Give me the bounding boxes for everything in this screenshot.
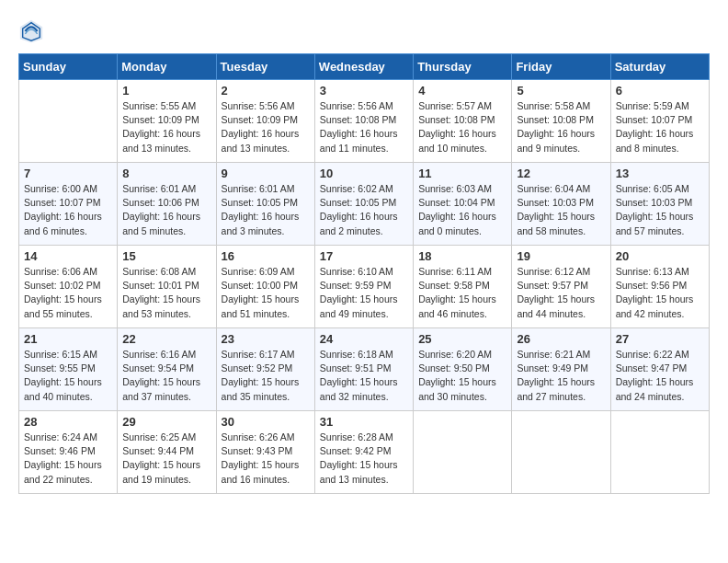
calendar-week-row: 7Sunrise: 6:00 AM Sunset: 10:07 PM Dayli…: [19, 163, 710, 246]
day-info: Sunrise: 6:16 AM Sunset: 9:54 PM Dayligh…: [122, 348, 210, 404]
calendar-cell: 9Sunrise: 6:01 AM Sunset: 10:05 PM Dayli…: [216, 163, 314, 246]
day-info: Sunrise: 6:06 AM Sunset: 10:02 PM Daylig…: [24, 265, 112, 321]
day-info: Sunrise: 6:05 AM Sunset: 10:03 PM Daylig…: [616, 182, 704, 238]
day-info: Sunrise: 6:03 AM Sunset: 10:04 PM Daylig…: [418, 182, 506, 238]
day-info: Sunrise: 6:10 AM Sunset: 9:59 PM Dayligh…: [320, 265, 408, 321]
calendar-cell: 15Sunrise: 6:08 AM Sunset: 10:01 PM Dayl…: [118, 246, 216, 328]
calendar-cell: 21Sunrise: 6:15 AM Sunset: 9:55 PM Dayli…: [19, 328, 118, 411]
day-number: 25: [418, 332, 506, 346]
calendar-cell: 8Sunrise: 6:01 AM Sunset: 10:06 PM Dayli…: [118, 163, 216, 246]
day-number: 7: [24, 167, 112, 180]
column-header-wednesday: Wednesday: [314, 54, 413, 80]
day-number: 9: [222, 167, 310, 180]
calendar-cell: 25Sunrise: 6:20 AM Sunset: 9:50 PM Dayli…: [414, 328, 512, 411]
calendar-cell: [610, 411, 709, 494]
day-number: 15: [122, 249, 210, 263]
calendar-cell: 20Sunrise: 6:13 AM Sunset: 9:56 PM Dayli…: [610, 246, 709, 328]
day-number: 26: [517, 332, 605, 346]
day-number: 21: [24, 332, 112, 346]
day-info: Sunrise: 6:18 AM Sunset: 9:51 PM Dayligh…: [320, 348, 408, 404]
calendar-cell: 22Sunrise: 6:16 AM Sunset: 9:54 PM Dayli…: [118, 328, 216, 411]
calendar-week-row: 28Sunrise: 6:24 AM Sunset: 9:46 PM Dayli…: [19, 411, 710, 494]
calendar-cell: 17Sunrise: 6:10 AM Sunset: 9:59 PM Dayli…: [314, 246, 413, 328]
day-number: 13: [616, 167, 704, 180]
day-number: 24: [320, 332, 408, 346]
calendar-cell: 3Sunrise: 5:56 AM Sunset: 10:08 PM Dayli…: [314, 80, 413, 163]
calendar-cell: 4Sunrise: 5:57 AM Sunset: 10:08 PM Dayli…: [414, 80, 512, 163]
day-number: 18: [418, 249, 506, 263]
day-number: 30: [222, 415, 310, 429]
calendar-cell: 11Sunrise: 6:03 AM Sunset: 10:04 PM Dayl…: [414, 163, 512, 246]
day-number: 1: [122, 84, 210, 98]
day-info: Sunrise: 5:59 AM Sunset: 10:07 PM Daylig…: [616, 99, 704, 155]
day-number: 4: [418, 84, 506, 98]
calendar-cell: 27Sunrise: 6:22 AM Sunset: 9:47 PM Dayli…: [610, 328, 709, 411]
column-header-saturday: Saturday: [610, 54, 709, 80]
day-number: 16: [222, 249, 310, 263]
calendar-cell: 2Sunrise: 5:56 AM Sunset: 10:09 PM Dayli…: [216, 80, 314, 163]
day-number: 27: [616, 332, 704, 346]
day-number: 11: [418, 167, 506, 180]
day-info: Sunrise: 6:20 AM Sunset: 9:50 PM Dayligh…: [418, 348, 506, 404]
calendar-cell: 5Sunrise: 5:58 AM Sunset: 10:08 PM Dayli…: [512, 80, 610, 163]
calendar-cell: 14Sunrise: 6:06 AM Sunset: 10:02 PM Dayl…: [19, 246, 118, 328]
day-number: 20: [616, 249, 704, 263]
day-info: Sunrise: 6:02 AM Sunset: 10:05 PM Daylig…: [320, 182, 408, 238]
day-info: Sunrise: 6:15 AM Sunset: 9:55 PM Dayligh…: [24, 348, 112, 404]
calendar-cell: 29Sunrise: 6:25 AM Sunset: 9:44 PM Dayli…: [118, 411, 216, 494]
calendar-cell: 18Sunrise: 6:11 AM Sunset: 9:58 PM Dayli…: [414, 246, 512, 328]
calendar-cell: 31Sunrise: 6:28 AM Sunset: 9:42 PM Dayli…: [314, 411, 413, 494]
logo: [18, 18, 48, 44]
calendar-cell: 10Sunrise: 6:02 AM Sunset: 10:05 PM Dayl…: [314, 163, 413, 246]
calendar-cell: 30Sunrise: 6:26 AM Sunset: 9:43 PM Dayli…: [216, 411, 314, 494]
logo-icon: [18, 18, 44, 44]
day-info: Sunrise: 6:17 AM Sunset: 9:52 PM Dayligh…: [222, 348, 310, 404]
day-info: Sunrise: 6:00 AM Sunset: 10:07 PM Daylig…: [24, 182, 112, 238]
calendar-table: SundayMondayTuesdayWednesdayThursdayFrid…: [18, 53, 710, 494]
day-info: Sunrise: 5:58 AM Sunset: 10:08 PM Daylig…: [517, 99, 605, 155]
day-number: 6: [616, 84, 704, 98]
day-number: 31: [320, 415, 408, 429]
day-info: Sunrise: 6:11 AM Sunset: 9:58 PM Dayligh…: [418, 265, 506, 321]
calendar-cell: [512, 411, 610, 494]
day-number: 28: [24, 415, 112, 429]
calendar-week-row: 14Sunrise: 6:06 AM Sunset: 10:02 PM Dayl…: [19, 246, 710, 328]
page-header: [18, 18, 710, 44]
day-number: 29: [122, 415, 210, 429]
calendar-cell: [19, 80, 118, 163]
day-info: Sunrise: 6:28 AM Sunset: 9:42 PM Dayligh…: [320, 431, 408, 487]
day-number: 5: [517, 84, 605, 98]
calendar-cell: 26Sunrise: 6:21 AM Sunset: 9:49 PM Dayli…: [512, 328, 610, 411]
day-info: Sunrise: 6:01 AM Sunset: 10:06 PM Daylig…: [122, 182, 210, 238]
day-number: 17: [320, 249, 408, 263]
day-info: Sunrise: 6:09 AM Sunset: 10:00 PM Daylig…: [222, 265, 310, 321]
calendar-cell: 1Sunrise: 5:55 AM Sunset: 10:09 PM Dayli…: [118, 80, 216, 163]
column-header-friday: Friday: [512, 54, 610, 80]
column-header-sunday: Sunday: [19, 54, 118, 80]
calendar-cell: 7Sunrise: 6:00 AM Sunset: 10:07 PM Dayli…: [19, 163, 118, 246]
calendar-cell: 6Sunrise: 5:59 AM Sunset: 10:07 PM Dayli…: [610, 80, 709, 163]
calendar-week-row: 1Sunrise: 5:55 AM Sunset: 10:09 PM Dayli…: [19, 80, 710, 163]
column-header-thursday: Thursday: [414, 54, 512, 80]
day-number: 23: [222, 332, 310, 346]
calendar-cell: 24Sunrise: 6:18 AM Sunset: 9:51 PM Dayli…: [314, 328, 413, 411]
day-number: 10: [320, 167, 408, 180]
calendar-cell: 23Sunrise: 6:17 AM Sunset: 9:52 PM Dayli…: [216, 328, 314, 411]
column-header-monday: Monday: [118, 54, 216, 80]
calendar-cell: [414, 411, 512, 494]
day-number: 12: [517, 167, 605, 180]
calendar-cell: 28Sunrise: 6:24 AM Sunset: 9:46 PM Dayli…: [19, 411, 118, 494]
day-info: Sunrise: 6:26 AM Sunset: 9:43 PM Dayligh…: [222, 431, 310, 487]
calendar-cell: 12Sunrise: 6:04 AM Sunset: 10:03 PM Dayl…: [512, 163, 610, 246]
day-info: Sunrise: 5:56 AM Sunset: 10:08 PM Daylig…: [320, 99, 408, 155]
day-info: Sunrise: 6:01 AM Sunset: 10:05 PM Daylig…: [222, 182, 310, 238]
day-info: Sunrise: 6:22 AM Sunset: 9:47 PM Dayligh…: [616, 348, 704, 404]
day-info: Sunrise: 6:25 AM Sunset: 9:44 PM Dayligh…: [122, 431, 210, 487]
calendar-week-row: 21Sunrise: 6:15 AM Sunset: 9:55 PM Dayli…: [19, 328, 710, 411]
calendar-header-row: SundayMondayTuesdayWednesdayThursdayFrid…: [19, 54, 710, 80]
day-info: Sunrise: 5:55 AM Sunset: 10:09 PM Daylig…: [122, 99, 210, 155]
day-info: Sunrise: 6:12 AM Sunset: 9:57 PM Dayligh…: [517, 265, 605, 321]
day-number: 22: [122, 332, 210, 346]
day-info: Sunrise: 6:08 AM Sunset: 10:01 PM Daylig…: [122, 265, 210, 321]
day-number: 19: [517, 249, 605, 263]
